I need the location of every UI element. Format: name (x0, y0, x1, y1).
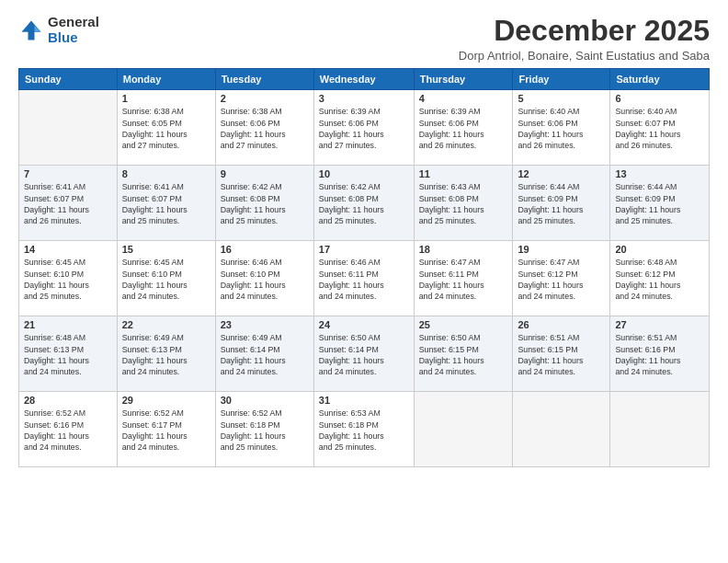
table-row (513, 392, 610, 467)
day-number: 7 (24, 168, 112, 179)
table-row: 20Sunrise: 6:48 AM Sunset: 6:12 PM Dayli… (610, 241, 710, 316)
table-row: 12Sunrise: 6:44 AM Sunset: 6:09 PM Dayli… (513, 166, 610, 241)
day-number: 10 (319, 168, 409, 179)
table-row: 4Sunrise: 6:39 AM Sunset: 6:06 PM Daylig… (414, 90, 513, 166)
table-row: 23Sunrise: 6:49 AM Sunset: 6:14 PM Dayli… (215, 316, 313, 392)
table-row: 7Sunrise: 6:41 AM Sunset: 6:07 PM Daylig… (19, 166, 118, 241)
day-number: 5 (518, 93, 605, 104)
table-row: 1Sunrise: 6:38 AM Sunset: 6:05 PM Daylig… (117, 90, 215, 166)
day-number: 22 (122, 319, 210, 330)
header-wednesday: Wednesday (313, 69, 414, 90)
day-number: 3 (319, 93, 409, 104)
day-info: Sunrise: 6:39 AM Sunset: 6:06 PM Dayligh… (319, 106, 409, 151)
day-number: 2 (221, 93, 309, 104)
day-info: Sunrise: 6:49 AM Sunset: 6:14 PM Dayligh… (221, 332, 309, 377)
day-number: 12 (518, 168, 605, 179)
day-number: 25 (419, 319, 508, 330)
day-info: Sunrise: 6:52 AM Sunset: 6:16 PM Dayligh… (24, 408, 112, 453)
day-number: 26 (518, 319, 605, 330)
calendar-week-row: 21Sunrise: 6:48 AM Sunset: 6:13 PM Dayli… (19, 316, 710, 392)
day-number: 11 (419, 168, 508, 179)
header-thursday: Thursday (414, 69, 513, 90)
day-number: 21 (24, 319, 112, 330)
day-info: Sunrise: 6:38 AM Sunset: 6:06 PM Dayligh… (221, 106, 309, 151)
table-row: 31Sunrise: 6:53 AM Sunset: 6:18 PM Dayli… (313, 392, 414, 467)
day-info: Sunrise: 6:50 AM Sunset: 6:14 PM Dayligh… (319, 332, 409, 377)
header-tuesday: Tuesday (215, 69, 313, 90)
day-info: Sunrise: 6:38 AM Sunset: 6:05 PM Dayligh… (122, 106, 210, 151)
logo-blue-text: Blue (48, 30, 99, 46)
day-info: Sunrise: 6:51 AM Sunset: 6:16 PM Dayligh… (615, 332, 704, 377)
day-number: 30 (221, 395, 309, 406)
header-sunday: Sunday (19, 69, 118, 90)
logo-text: General Blue (48, 15, 99, 45)
table-row: 16Sunrise: 6:46 AM Sunset: 6:10 PM Dayli… (215, 241, 313, 316)
day-number: 17 (319, 244, 409, 255)
table-row: 24Sunrise: 6:50 AM Sunset: 6:14 PM Dayli… (313, 316, 414, 392)
table-row: 10Sunrise: 6:42 AM Sunset: 6:08 PM Dayli… (313, 166, 414, 241)
day-info: Sunrise: 6:45 AM Sunset: 6:10 PM Dayligh… (122, 257, 210, 302)
table-row: 21Sunrise: 6:48 AM Sunset: 6:13 PM Dayli… (19, 316, 118, 392)
day-info: Sunrise: 6:46 AM Sunset: 6:10 PM Dayligh… (221, 257, 309, 302)
day-info: Sunrise: 6:53 AM Sunset: 6:18 PM Dayligh… (319, 408, 409, 453)
day-number: 18 (419, 244, 508, 255)
day-number: 27 (615, 319, 704, 330)
day-info: Sunrise: 6:47 AM Sunset: 6:12 PM Dayligh… (518, 257, 605, 302)
table-row: 25Sunrise: 6:50 AM Sunset: 6:15 PM Dayli… (414, 316, 513, 392)
table-row: 8Sunrise: 6:41 AM Sunset: 6:07 PM Daylig… (117, 166, 215, 241)
day-info: Sunrise: 6:49 AM Sunset: 6:13 PM Dayligh… (122, 332, 210, 377)
table-row: 14Sunrise: 6:45 AM Sunset: 6:10 PM Dayli… (19, 241, 118, 316)
header: General Blue December 2025 Dorp Antriol,… (18, 15, 710, 63)
day-info: Sunrise: 6:48 AM Sunset: 6:12 PM Dayligh… (615, 257, 704, 302)
day-number: 14 (24, 244, 112, 255)
day-info: Sunrise: 6:47 AM Sunset: 6:11 PM Dayligh… (419, 257, 508, 302)
day-info: Sunrise: 6:52 AM Sunset: 6:18 PM Dayligh… (221, 408, 309, 453)
table-row: 22Sunrise: 6:49 AM Sunset: 6:13 PM Dayli… (117, 316, 215, 392)
table-row: 11Sunrise: 6:43 AM Sunset: 6:08 PM Dayli… (414, 166, 513, 241)
table-row: 15Sunrise: 6:45 AM Sunset: 6:10 PM Dayli… (117, 241, 215, 316)
table-row: 18Sunrise: 6:47 AM Sunset: 6:11 PM Dayli… (414, 241, 513, 316)
title-block: December 2025 Dorp Antriol, Bonaire, Sai… (459, 15, 710, 63)
table-row: 6Sunrise: 6:40 AM Sunset: 6:07 PM Daylig… (610, 90, 710, 166)
day-info: Sunrise: 6:44 AM Sunset: 6:09 PM Dayligh… (615, 181, 704, 226)
day-number: 16 (221, 244, 309, 255)
day-info: Sunrise: 6:50 AM Sunset: 6:15 PM Dayligh… (419, 332, 508, 377)
day-number: 24 (319, 319, 409, 330)
day-info: Sunrise: 6:46 AM Sunset: 6:11 PM Dayligh… (319, 257, 409, 302)
day-number: 1 (122, 93, 210, 104)
logo-icon (18, 17, 44, 43)
logo: General Blue (18, 15, 99, 45)
day-info: Sunrise: 6:51 AM Sunset: 6:15 PM Dayligh… (518, 332, 605, 377)
day-info: Sunrise: 6:48 AM Sunset: 6:13 PM Dayligh… (24, 332, 112, 377)
day-number: 23 (221, 319, 309, 330)
table-row: 5Sunrise: 6:40 AM Sunset: 6:06 PM Daylig… (513, 90, 610, 166)
day-number: 28 (24, 395, 112, 406)
table-row: 2Sunrise: 6:38 AM Sunset: 6:06 PM Daylig… (215, 90, 313, 166)
header-saturday: Saturday (610, 69, 710, 90)
day-number: 29 (122, 395, 210, 406)
logo-general-text: General (48, 15, 99, 30)
table-row: 27Sunrise: 6:51 AM Sunset: 6:16 PM Dayli… (610, 316, 710, 392)
calendar-week-row: 28Sunrise: 6:52 AM Sunset: 6:16 PM Dayli… (19, 392, 710, 467)
table-row (19, 90, 118, 166)
day-number: 6 (615, 93, 704, 104)
day-info: Sunrise: 6:41 AM Sunset: 6:07 PM Dayligh… (24, 181, 112, 226)
header-friday: Friday (513, 69, 610, 90)
location-subtitle: Dorp Antriol, Bonaire, Saint Eustatius a… (459, 49, 710, 63)
table-row: 26Sunrise: 6:51 AM Sunset: 6:15 PM Dayli… (513, 316, 610, 392)
calendar-week-row: 14Sunrise: 6:45 AM Sunset: 6:10 PM Dayli… (19, 241, 710, 316)
table-row (414, 392, 513, 467)
table-row: 17Sunrise: 6:46 AM Sunset: 6:11 PM Dayli… (313, 241, 414, 316)
table-row: 9Sunrise: 6:42 AM Sunset: 6:08 PM Daylig… (215, 166, 313, 241)
month-title: December 2025 (459, 15, 710, 47)
table-row: 13Sunrise: 6:44 AM Sunset: 6:09 PM Dayli… (610, 166, 710, 241)
calendar-header-row: Sunday Monday Tuesday Wednesday Thursday… (19, 69, 710, 90)
day-number: 4 (419, 93, 508, 104)
day-info: Sunrise: 6:43 AM Sunset: 6:08 PM Dayligh… (419, 181, 508, 226)
svg-marker-1 (35, 25, 41, 31)
calendar-week-row: 7Sunrise: 6:41 AM Sunset: 6:07 PM Daylig… (19, 166, 710, 241)
calendar-week-row: 1Sunrise: 6:38 AM Sunset: 6:05 PM Daylig… (19, 90, 710, 166)
day-info: Sunrise: 6:44 AM Sunset: 6:09 PM Dayligh… (518, 181, 605, 226)
day-number: 19 (518, 244, 605, 255)
table-row: 30Sunrise: 6:52 AM Sunset: 6:18 PM Dayli… (215, 392, 313, 467)
